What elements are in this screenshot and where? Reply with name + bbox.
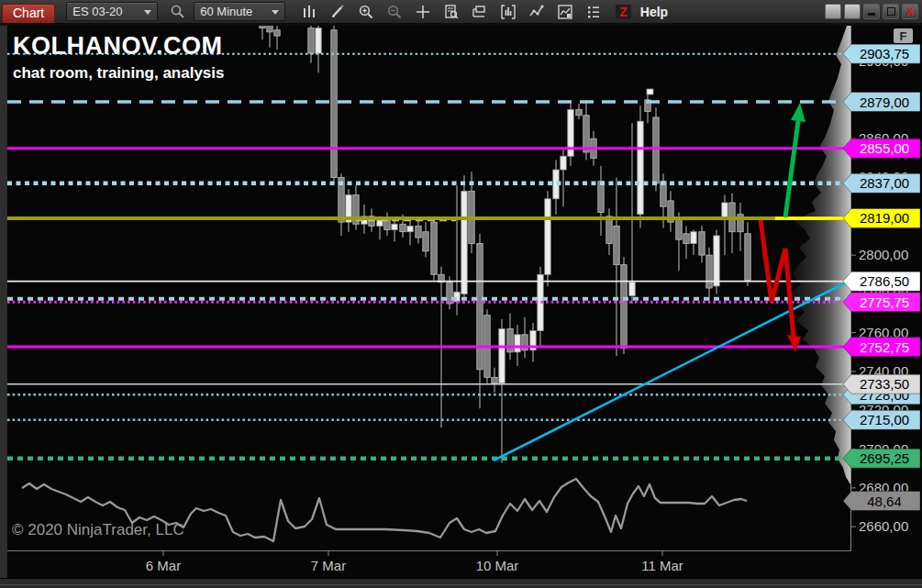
bar-chart-icon[interactable]	[300, 3, 318, 21]
window-extra-button-2[interactable]	[844, 4, 861, 19]
candlestick-up	[561, 156, 566, 170]
trendline[interactable]	[494, 281, 850, 460]
down-arrow-head[interactable]	[787, 335, 801, 352]
price-tag[interactable]: 2695,25	[843, 449, 920, 468]
candlestick-down	[492, 377, 497, 383]
candlestick-down	[606, 216, 612, 244]
interval-dropdown-value: 60 Minute	[200, 5, 264, 18]
period-icon[interactable]	[499, 3, 517, 21]
price-tag-label: 2786,50	[860, 273, 909, 289]
candlestick-down	[676, 218, 682, 239]
price-tag[interactable]: 2775,75	[843, 293, 920, 312]
candlestick-down	[308, 28, 314, 53]
window-extra-button-1[interactable]	[825, 4, 841, 19]
up-arrow-head[interactable]	[791, 103, 805, 122]
indicator-value-tag[interactable]: 48,64	[843, 492, 920, 511]
candlestick-down	[274, 30, 280, 36]
price-tag-label: 2733,50	[860, 376, 909, 392]
volume-profile	[790, 23, 850, 484]
price-tag[interactable]: 2837,00	[843, 173, 920, 193]
candlestick-down	[384, 220, 390, 230]
candlestick-down	[507, 328, 513, 351]
price-tag[interactable]: 2786,50	[843, 272, 920, 291]
close-button[interactable]: X	[902, 4, 918, 19]
search-icon[interactable]	[168, 3, 186, 21]
maximize-button[interactable]	[883, 4, 899, 19]
price-tag-label: 2879,00	[860, 94, 909, 110]
data-series-icon[interactable]	[528, 3, 546, 21]
indicator-line	[22, 479, 747, 541]
tab-chart[interactable]: Chart	[2, 4, 55, 23]
candlestick-down	[699, 232, 705, 255]
chart-trader-icon[interactable]	[471, 3, 489, 21]
candlestick-up	[499, 328, 505, 383]
candlestick-up	[316, 28, 321, 53]
minimize-button[interactable]	[863, 4, 880, 19]
candlestick-up	[407, 226, 413, 231]
price-tag[interactable]: 2733,50	[843, 374, 920, 394]
candlestick-down	[598, 182, 604, 213]
candle-marker	[647, 89, 653, 94]
up-arrow[interactable]	[785, 121, 798, 217]
chevron-down-icon	[144, 10, 151, 15]
zoom-out-icon[interactable]	[385, 3, 404, 21]
ninjatrader-chart-window: KOLHANOV.COM chat room, training, analys…	[0, 0, 922, 588]
z-app-icon[interactable]: Z	[616, 5, 631, 19]
price-tag-label: 2903,75	[860, 46, 909, 61]
chart-canvas[interactable]: 2900,002880,002860,002840,002820,002800,…	[0, 0, 922, 588]
price-tag[interactable]: 2879,00	[843, 93, 920, 112]
list-icon[interactable]	[584, 3, 603, 21]
date-tick-label: 10 Mar	[476, 558, 519, 573]
date-tick-label: 7 Mar	[311, 558, 346, 573]
price-tick-label: 2660,00	[859, 518, 908, 534]
price-tag[interactable]: 2752,75	[843, 338, 920, 357]
price-tag[interactable]: 2855,00	[843, 139, 920, 158]
focus-marker-label: F	[900, 29, 907, 43]
price-tag[interactable]: 2715,00	[843, 410, 920, 429]
page-search-icon[interactable]	[442, 3, 461, 21]
price-tag-label: 2775,75	[860, 294, 909, 310]
price-tag[interactable]: 2819,00	[843, 208, 920, 227]
price-tag-label: 2715,00	[860, 412, 909, 427]
candlestick-down	[745, 234, 750, 281]
candlestick-down	[621, 265, 627, 349]
price-tag-label: 2855,00	[860, 140, 909, 156]
candlestick-down	[431, 222, 437, 274]
candlestick-down	[477, 243, 483, 369]
candlestick-down	[583, 116, 589, 152]
candlestick-up	[461, 191, 467, 294]
instrument-dropdown[interactable]: ES 03-20	[66, 2, 158, 21]
date-tick-label: 11 Mar	[641, 558, 683, 573]
candlestick-down	[653, 117, 659, 183]
price-tag[interactable]: 2903,75	[843, 44, 920, 63]
candlestick-down	[423, 232, 428, 251]
candlestick-up	[545, 199, 550, 274]
focus-marker: F	[894, 28, 913, 43]
crosshair-icon[interactable]	[414, 3, 432, 21]
candlestick-up	[691, 232, 696, 244]
price-tag-label: 2752,75	[860, 339, 909, 355]
zoom-in-icon[interactable]	[357, 3, 375, 21]
candlestick-up	[714, 236, 719, 286]
left-window-edge	[0, 23, 7, 578]
interval-dropdown[interactable]: 60 Minute	[194, 2, 285, 21]
price-tag-label: 2695,25	[860, 450, 909, 466]
pencil-icon[interactable]	[328, 3, 347, 21]
bottom-window-edge	[0, 578, 922, 588]
price-tag-label: 2819,00	[860, 210, 909, 226]
candlestick-up	[515, 335, 520, 352]
price-tag-label: 2837,00	[860, 175, 909, 191]
candlestick-up	[392, 224, 397, 229]
indicator-value-tag-label: 48,64	[867, 494, 902, 509]
candlestick-up	[629, 283, 635, 296]
candlestick-down	[416, 226, 421, 238]
toolbar: Chart ES 03-20 60 Minute	[0, 0, 922, 26]
price-tick-label: 2800,00	[859, 247, 908, 262]
candlestick-down	[400, 224, 405, 231]
candlestick-down	[706, 255, 712, 288]
down-arrow[interactable]	[761, 220, 794, 337]
chart-properties-icon[interactable]	[556, 3, 574, 21]
date-axis[interactable]: 6 Mar7 Mar10 Mar11 Mar	[146, 550, 683, 573]
help-button[interactable]: Help	[640, 5, 668, 19]
plot-area	[7, 8, 850, 541]
